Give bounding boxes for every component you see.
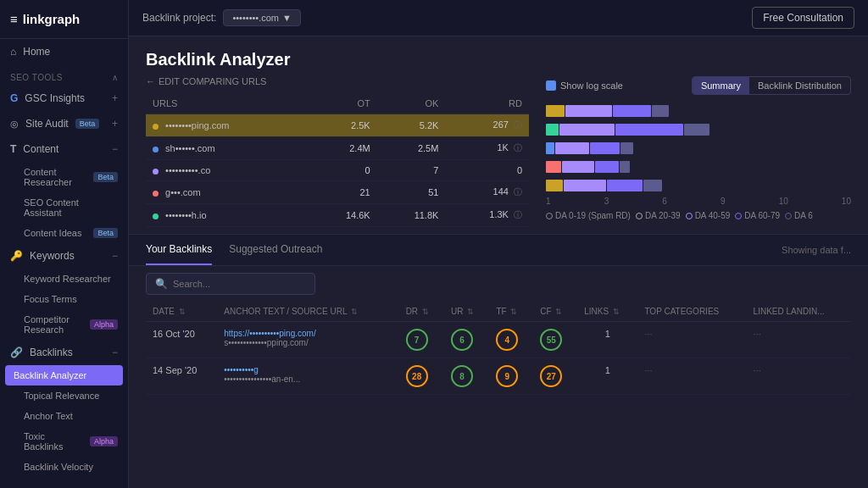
tab-suggested-outreach[interactable]: Suggested Outreach: [229, 235, 322, 265]
free-consultation-button[interactable]: Free Consultation: [752, 7, 854, 29]
site-audit-icon: ◎: [10, 119, 19, 130]
label: Topical Relevance: [24, 391, 99, 401]
search-input[interactable]: [173, 279, 300, 289]
label: Toxic Backlinks: [24, 431, 86, 452]
collapse-icon[interactable]: −: [112, 347, 118, 358]
sidebar-item-focus-terms[interactable]: Focus Terms: [0, 289, 128, 309]
url-dot: [153, 169, 159, 175]
info-icon: ⓘ: [514, 143, 522, 152]
url-text: sh••••••.com: [165, 143, 215, 153]
legend-item: DA 40-59: [686, 211, 731, 220]
sidebar-item-keywords[interactable]: 🔑 Keywords −: [0, 243, 128, 269]
url-rd: 267 ⓘ: [445, 114, 529, 137]
sidebar-item-gsc-insights[interactable]: G GSC Insights +: [0, 86, 128, 111]
dr-cell: 7: [399, 322, 444, 358]
url-ok: 2.5M: [377, 137, 446, 160]
edit-comparing-button[interactable]: ← EDIT COMPARING URLS: [146, 76, 529, 86]
bar-segment: [546, 142, 554, 154]
sidebar-item-content-ideas[interactable]: Content Ideas Beta: [0, 223, 128, 243]
logo-icon: ≡: [10, 12, 18, 26]
cf-circle: 55: [540, 329, 562, 351]
project-selector[interactable]: ••••••••.com ▼: [223, 9, 301, 26]
info-icon: ⓘ: [514, 210, 522, 219]
sidebar-item-toxic-backlinks[interactable]: Toxic Backlinks Alpha: [0, 426, 128, 457]
project-name: ••••••••.com: [232, 13, 279, 23]
ur-cell: 8: [444, 358, 489, 395]
show-log-scale[interactable]: Show log scale: [546, 80, 623, 91]
url-text: ••••••••ping.com: [165, 120, 229, 130]
keywords-icon: 🔑: [10, 250, 23, 262]
sidebar-item-anchor-text[interactable]: Anchor Text: [0, 406, 128, 426]
add-icon[interactable]: +: [112, 92, 118, 104]
page-title: Backlink Analyzer: [146, 50, 851, 69]
bar-segment: [590, 142, 620, 154]
col-tf: TF ⇅: [489, 302, 533, 322]
add-icon[interactable]: +: [112, 118, 118, 130]
logo[interactable]: ≡ linkgraph: [0, 0, 128, 39]
bar-segment: [555, 142, 589, 154]
search-input-wrap: 🔍: [146, 273, 315, 295]
bar-segment: [620, 142, 633, 154]
bar-segment: [652, 105, 669, 117]
url-rd: 0: [445, 160, 529, 181]
sidebar-item-label: Site Audit: [25, 118, 69, 130]
tab-your-backlinks[interactable]: Your Backlinks: [146, 235, 212, 265]
label: SEO Content Assistant: [24, 197, 118, 218]
sidebar-item-home[interactable]: ⌂ Home: [0, 39, 128, 64]
backlinks-table-row[interactable]: 16 Oct '20 https://••••••••••ping.com/ s…: [146, 322, 851, 358]
backlinks-icon: 🔗: [10, 347, 23, 358]
home-icon: ⌂: [10, 46, 16, 58]
topbar-left: Backlink project: ••••••••.com ▼: [142, 9, 301, 26]
bar-segment: [595, 161, 619, 173]
col-dr: DR ⇅: [399, 302, 444, 322]
url-table-row[interactable]: ••••••••••.co 0 7 0: [146, 160, 529, 181]
url-rd: 1.3K ⓘ: [445, 204, 529, 227]
backlinks-table-row[interactable]: 14 Sep '20 ••••••••••g ••••••••••••••••a…: [146, 358, 851, 395]
log-scale-checkbox[interactable]: [546, 80, 556, 91]
sidebar-item-content[interactable]: T Content −: [0, 136, 128, 162]
label: Backlink Velocity: [24, 462, 93, 472]
sidebar-item-site-audit[interactable]: ◎ Site Audit Beta +: [0, 111, 128, 136]
anchor-cell: https://••••••••••ping.com/ s•••••••••••…: [217, 322, 398, 358]
content-area: Backlink Analyzer ← EDIT COMPARING URLS …: [129, 36, 868, 488]
chart-container: Show log scale Summary Backlink Distribu…: [529, 76, 851, 227]
sidebar-item-competitor-research[interactable]: Competitor Research Alpha: [0, 309, 128, 340]
gsc-icon: G: [10, 92, 18, 104]
chart-x-axis: 1 3 6 9 10 10: [546, 193, 851, 208]
sidebar-item-topical-relevance[interactable]: Topical Relevance: [0, 385, 128, 406]
beta-badge: Beta: [75, 119, 100, 129]
tab-summary[interactable]: Summary: [693, 77, 749, 94]
url-table-row[interactable]: ••••••••ping.com 2.5K 5.2K 267 ⓘ: [146, 114, 529, 137]
backlinks-table: DATE ⇅ ANCHOR TEXT / SOURCE URL ⇅ DR ⇅ U…: [146, 302, 851, 395]
sidebar-item-backlink-velocity[interactable]: Backlink Velocity: [0, 457, 128, 477]
sidebar-item-content-researcher[interactable]: Content Researcher Beta: [0, 162, 128, 192]
label: Keyword Researcher: [24, 274, 111, 284]
cf-cell: 55: [533, 322, 577, 358]
date-cell: 14 Sep '20: [146, 358, 217, 395]
bar-segment: [546, 180, 563, 191]
tf-circle: 9: [496, 365, 518, 387]
collapse-icon[interactable]: −: [112, 143, 118, 155]
url-rd: 1K ⓘ: [445, 137, 529, 160]
sidebar-item-seo-content-assistant[interactable]: SEO Content Assistant: [0, 192, 128, 223]
search-icon: 🔍: [155, 278, 168, 290]
sidebar-item-backlinks[interactable]: 🔗 Backlinks −: [0, 340, 128, 365]
legend-item: DA 0-19 (Spam RD): [546, 211, 631, 220]
url-text: g•••.com: [165, 187, 201, 197]
tab-backlink-distribution[interactable]: Backlink Distribution: [749, 77, 850, 94]
url-table-row[interactable]: g•••.com 21 51 144 ⓘ: [146, 181, 529, 204]
url-ok: 51: [377, 181, 446, 204]
bar-segment: [613, 105, 651, 117]
col-rd: RD: [445, 93, 529, 114]
url-ot: 21: [309, 181, 377, 204]
date-cell: 16 Oct '20: [146, 322, 217, 358]
sidebar-item-keyword-researcher[interactable]: Keyword Researcher: [0, 269, 128, 289]
url-table-row[interactable]: sh••••••.com 2.4M 2.5M 1K ⓘ: [146, 137, 529, 160]
collapse-icon[interactable]: −: [112, 250, 118, 262]
col-urls: URLS: [146, 93, 309, 114]
url-dot: [153, 147, 159, 152]
sidebar-item-backlink-analyzer[interactable]: Backlink Analyzer: [5, 365, 123, 385]
bar-segment: [565, 105, 612, 117]
url-table-row[interactable]: ••••••••h.io 14.6K 11.8K 1.3K ⓘ: [146, 204, 529, 227]
bar-segment: [620, 161, 630, 173]
